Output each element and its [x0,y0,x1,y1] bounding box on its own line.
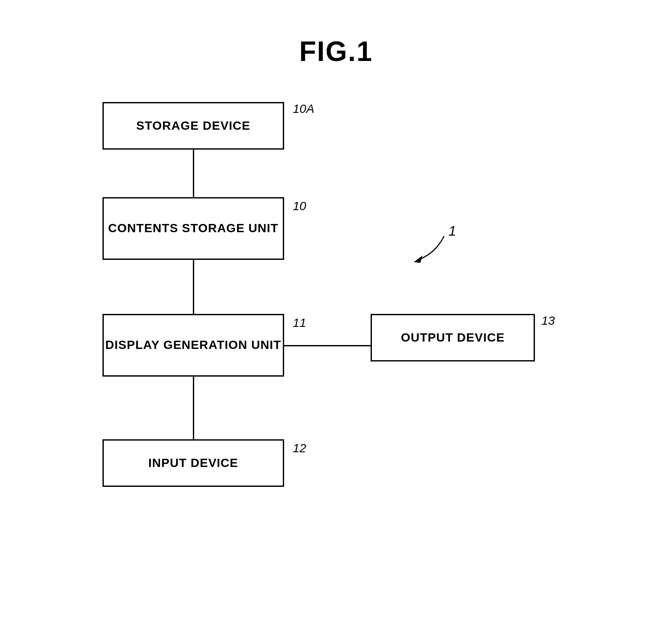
diagram-container: FIG.1 STORAGE DEVICE 10A CONTENTS STORAG… [77,35,595,598]
label-11: 11 [293,316,306,330]
connector-line-2 [193,260,194,314]
connector-line-1 [193,150,194,197]
connector-line-3 [193,377,194,439]
contents-storage-box: CONTENTS STORAGE UNIT [102,197,284,260]
label-10: 10 [293,199,306,213]
input-device-box: INPUT DEVICE [102,439,284,487]
display-generation-label: DISPLAY GENERATION UNIT [106,337,282,353]
label-12: 12 [293,441,306,455]
diagram-body: STORAGE DEVICE 10A CONTENTS STORAGE UNIT… [77,93,595,591]
figure-title: FIG.1 [77,35,595,67]
label-1: 1 [448,223,456,239]
display-generation-box: DISPLAY GENERATION UNIT [102,314,284,377]
storage-device-box: STORAGE DEVICE [102,102,284,150]
input-device-label: INPUT DEVICE [148,455,238,471]
output-device-label: OUTPUT DEVICE [401,330,505,345]
label-13: 13 [541,314,555,328]
label-10a: 10A [293,102,314,116]
connector-line-horizontal [284,345,371,346]
storage-device-label: STORAGE DEVICE [136,118,250,134]
contents-storage-label: CONTENTS STORAGE UNIT [108,221,278,236]
arrow-head [414,256,422,263]
output-device-box: OUTPUT DEVICE [371,314,535,361]
